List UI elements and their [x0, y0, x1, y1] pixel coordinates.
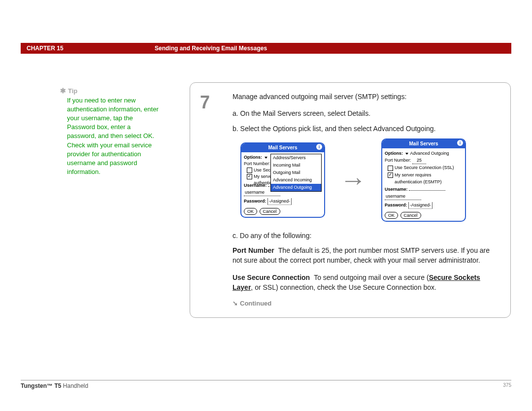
- username-label: Username:: [244, 183, 267, 188]
- continued-indicator: ➘Continued: [233, 299, 499, 308]
- ok-button[interactable]: OK: [385, 212, 398, 219]
- my-serv-text: My server requires: [395, 172, 432, 177]
- step-box: 7 Manage advanced outgoing mail server (…: [190, 82, 511, 318]
- my-serve-trunc: My serve: [254, 174, 272, 179]
- ok-button[interactable]: OK: [244, 208, 257, 215]
- step-intro: Manage advanced outgoing mail server (SM…: [233, 92, 499, 102]
- product-rest: Handheld: [61, 382, 88, 389]
- step-c: c. Do any of the following:: [233, 231, 499, 240]
- password-box[interactable]: -Assigned-: [267, 198, 292, 205]
- esmtp-checkbox[interactable]: [388, 172, 393, 178]
- screen2-title: Mail Servers: [409, 141, 438, 146]
- info-icon[interactable]: i: [316, 144, 322, 150]
- screen-before: Mail Servers i Options: Port Number: Use…: [240, 142, 325, 218]
- screen1-titlebar: Mail Servers i: [241, 143, 324, 153]
- options-dropdown-arrow[interactable]: [265, 157, 267, 159]
- password-label: Password:: [244, 199, 266, 204]
- step-b: b. Select the Options pick list, and the…: [233, 124, 499, 134]
- ssl-paragraph: Use Secure ConnectionTo send outgoing ma…: [233, 273, 499, 293]
- username-field-extra[interactable]: [409, 190, 445, 191]
- asterisk-icon: ✱: [60, 87, 66, 95]
- menu-item-address[interactable]: Address/Servers: [271, 154, 321, 162]
- ssl-text-pre: To send outgoing mail over a secure (: [314, 274, 429, 281]
- screens-row: Mail Servers i Options: Port Number: Use…: [233, 138, 499, 222]
- portnum-label: Port Number:: [385, 158, 411, 163]
- footer: Tungsten™ T5 Handheld 375: [21, 380, 511, 389]
- use-sec-text: Use Secure Connection (SSL): [395, 165, 454, 170]
- cancel-button[interactable]: Cancel: [260, 208, 280, 215]
- header-bar: CHAPTER 15 Sending and Receiving Email M…: [21, 43, 511, 54]
- tip-label: Tip: [68, 87, 77, 95]
- options-value: Advanced Outgoing: [410, 151, 449, 156]
- continued-arrow-icon: ➘: [233, 300, 238, 307]
- screen2-titlebar: Mail Servers i: [382, 139, 465, 149]
- product-name: Tungsten™ T5 Handheld: [21, 382, 88, 389]
- port-value[interactable]: 25: [412, 157, 426, 164]
- menu-item-outgoing[interactable]: Outgoing Mail: [271, 169, 321, 176]
- username-value[interactable]: username: [385, 193, 421, 200]
- esmtp-checkbox[interactable]: [247, 174, 252, 179]
- menu-item-adv-outgoing[interactable]: Advanced Outgoing: [271, 184, 321, 191]
- screen1-title: Mail Servers: [268, 145, 298, 150]
- menu-item-adv-incoming[interactable]: Advanced Incoming: [271, 176, 321, 184]
- auth-esmtp-text: authentication (ESMTP): [395, 179, 442, 184]
- ssl-checkbox[interactable]: [388, 166, 393, 171]
- step-a: a. On the Mail Servers screen, select De…: [233, 108, 499, 118]
- options-menu: Address/Servers Incoming Mail Outgoing M…: [270, 154, 322, 192]
- menu-item-incoming[interactable]: Incoming Mail: [271, 162, 321, 169]
- ssl-term: Use Secure Connection: [233, 274, 310, 281]
- page-number: 375: [503, 382, 511, 389]
- options-label: Options:: [385, 151, 403, 156]
- ssl-checkbox[interactable]: [247, 168, 252, 173]
- info-icon[interactable]: i: [457, 140, 463, 146]
- password-label: Password:: [385, 203, 407, 207]
- tip-column: ✱Tip If you need to enter new authentica…: [60, 86, 159, 176]
- username-label: Username:: [385, 187, 408, 192]
- port-paragraph: Port NumberThe default is 25, the port n…: [233, 245, 499, 266]
- chapter-label: CHAPTER 15: [27, 45, 155, 52]
- ssl-text-post: , or SSL) connection, check the Use Secu…: [251, 283, 436, 291]
- screen-after: Mail Servers i Options: Advanced Outgoin…: [381, 138, 466, 222]
- product-bold: Tungsten™ T5: [21, 382, 61, 389]
- tip-body: If you need to enter new authentication …: [67, 96, 159, 177]
- portnum-label: Port Number:: [244, 161, 270, 166]
- options-dropdown-arrow[interactable]: [405, 153, 408, 155]
- cancel-button[interactable]: Cancel: [400, 212, 421, 219]
- continued-label: Continued: [240, 300, 271, 307]
- options-label: Options:: [244, 155, 262, 160]
- password-box[interactable]: -Assigned-: [408, 202, 432, 209]
- step-number: 7: [200, 90, 210, 115]
- section-title: Sending and Receiving Email Messages: [155, 45, 505, 52]
- port-term: Port Number: [233, 246, 274, 254]
- arrow-right-icon: →: [340, 167, 366, 193]
- tip-heading: ✱Tip: [60, 86, 159, 96]
